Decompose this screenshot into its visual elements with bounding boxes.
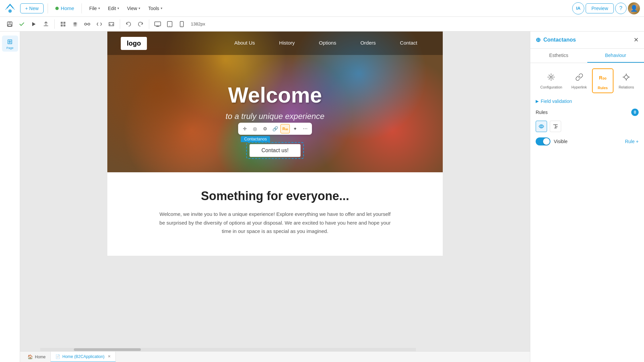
widget-rules-button[interactable]: R₀₀ [280, 124, 290, 133]
canvas-scroll[interactable]: logo About Us History Options Orders Con… [20, 32, 530, 362]
eye-action-button[interactable] [536, 121, 547, 132]
preview-button[interactable]: Preview [586, 3, 614, 13]
ia-button[interactable]: IA [572, 2, 584, 14]
configuration-icon [545, 71, 557, 83]
svg-point-13 [169, 25, 170, 26]
rules-text-label: Rules [536, 110, 548, 115]
play-tool-button[interactable] [28, 18, 40, 30]
rules-panel-icon: R₀₀ [597, 72, 609, 84]
app-logo[interactable] [4, 2, 16, 14]
save-tool-button[interactable] [4, 18, 15, 30]
field-validation-section[interactable]: ▶ Field validation [536, 99, 639, 104]
panel-close-button[interactable]: ✕ [634, 36, 639, 44]
rules-row: Rules 0 [536, 109, 639, 116]
nav-contact[interactable]: Contact [388, 32, 429, 55]
page-label: Page [6, 46, 13, 50]
content-body: Welcome, we invite you to live a unique … [158, 210, 392, 236]
main-layout: ⊞ Page logo About Us History Options [0, 32, 644, 362]
visible-toggle[interactable] [536, 137, 550, 145]
text-action-button[interactable] [550, 121, 561, 132]
hero-subtitle: to a truly unique experience [226, 112, 325, 121]
page-tab-label: Home (B2CApplication) [62, 354, 104, 359]
file-menu[interactable]: File ▾ [86, 4, 103, 13]
tab-page[interactable]: 📄 Home (B2CApplication) ✕ [51, 352, 116, 362]
layers-tool-button[interactable] [69, 18, 81, 30]
components-tool-button[interactable] [57, 18, 69, 30]
hyperlink-icon [573, 71, 585, 83]
sidebar-item-page[interactable]: ⊞ Page [2, 36, 18, 52]
nav-orders[interactable]: Orders [348, 32, 388, 55]
widget-link-button[interactable]: 🔗 [270, 124, 280, 133]
tab-home[interactable]: 🏠 Home [23, 352, 51, 362]
top-toolbar: + New Home File ▾ Edit ▾ View ▾ Tools ▾ … [0, 0, 644, 17]
nav-options[interactable]: Options [307, 32, 348, 55]
panel-title: ⊕ Contactanos [536, 36, 576, 44]
panel-title-text: Contactanos [543, 37, 576, 43]
widget-more-button[interactable]: ⋯ [301, 124, 310, 133]
home-tab[interactable]: Home [52, 3, 77, 13]
rule-add-label: Rule + [625, 139, 639, 144]
left-sidebar: ⊞ Page [0, 32, 20, 362]
panel-configuration-item[interactable]: Configuration [536, 68, 566, 93]
home-label: Home [61, 5, 74, 11]
svg-rect-3 [8, 24, 11, 26]
svg-point-16 [550, 76, 552, 78]
view-menu[interactable]: View ▾ [124, 4, 144, 13]
help-button[interactable]: ? [615, 3, 627, 14]
connect-tool-button[interactable] [82, 18, 93, 30]
edit-chevron-icon: ▾ [117, 6, 119, 10]
site-nav: logo About Us History Options Orders Con… [107, 32, 443, 55]
rules-panel-label: Rules [598, 86, 608, 90]
desktop-view-button[interactable] [152, 18, 163, 30]
home-tab-label: Home [35, 355, 46, 359]
panel-icon-row: Configuration Hyperlink R₀₀ Rules [536, 68, 639, 93]
bottom-bar: 🏠 Home 📄 Home (B2CApplication) ✕ [20, 351, 530, 362]
tab-behaviour[interactable]: Behaviour [587, 49, 644, 63]
visible-rule-row: Visible Rule + [536, 137, 639, 145]
rule-add-button[interactable]: Rule + [625, 139, 639, 144]
panel-hyperlink-item[interactable]: Hyperlink [568, 68, 591, 93]
mobile-view-button[interactable] [176, 18, 187, 30]
panel-header: ⊕ Contactanos ✕ [530, 32, 644, 49]
page-tab-icon: 📄 [55, 354, 60, 359]
code-tool-button[interactable] [94, 18, 105, 30]
svg-rect-7 [61, 24, 63, 26]
widget-label-text: Contactanos [244, 137, 267, 141]
canvas-scrollbar-thumb[interactable] [74, 348, 141, 351]
ia-label: IA [576, 6, 581, 11]
canvas-scrollbar[interactable] [40, 348, 416, 351]
svg-point-9 [85, 23, 87, 25]
canvas-area[interactable]: logo About Us History Options Orders Con… [20, 32, 530, 362]
toolbar-separator-2 [120, 19, 120, 29]
check-tool-button[interactable] [16, 18, 28, 30]
publish-tool-button[interactable] [40, 18, 52, 30]
new-button[interactable]: + New [20, 3, 44, 13]
redo-button[interactable] [135, 18, 146, 30]
tablet-view-button[interactable] [164, 18, 175, 30]
toolbar-separator-tools [54, 19, 55, 29]
user-avatar[interactable]: 👤 [628, 2, 640, 14]
panel-relations-item[interactable]: Relations [614, 68, 638, 93]
widget-style-button[interactable]: ◎ [250, 124, 260, 133]
undo-button[interactable] [123, 18, 134, 30]
widget-label-tag[interactable]: Contactanos [241, 136, 270, 142]
tab-esthetics[interactable]: Esthetics [530, 49, 587, 63]
nav-history[interactable]: History [267, 32, 307, 55]
right-panel: ⊕ Contactanos ✕ Esthetics Behaviour [530, 32, 644, 362]
widget-move-button[interactable]: ✛ [240, 124, 250, 133]
hero-title: Welcome [228, 83, 322, 108]
nav-about-us[interactable]: About Us [222, 32, 267, 55]
tab-close-button[interactable]: ✕ [108, 354, 111, 359]
website-preview: logo About Us History Options Orders Con… [107, 32, 443, 256]
nav-links: About Us History Options Orders Contact [222, 32, 429, 55]
cta-button[interactable]: Contact us! [250, 144, 301, 157]
edit-menu[interactable]: Edit ▾ [105, 4, 122, 13]
panel-rules-item[interactable]: R₀₀ Rules [592, 68, 613, 93]
widget-settings-button[interactable]: ⚙ [260, 124, 270, 133]
tools-menu[interactable]: Tools ▾ [145, 4, 166, 13]
embed-tool-button[interactable] [106, 18, 117, 30]
tools-chevron-icon: ▾ [161, 6, 162, 10]
svg-rect-11 [155, 22, 161, 26]
widget-connect-button[interactable]: ✦ [290, 124, 300, 133]
toolbar-separator-2 [82, 3, 82, 13]
